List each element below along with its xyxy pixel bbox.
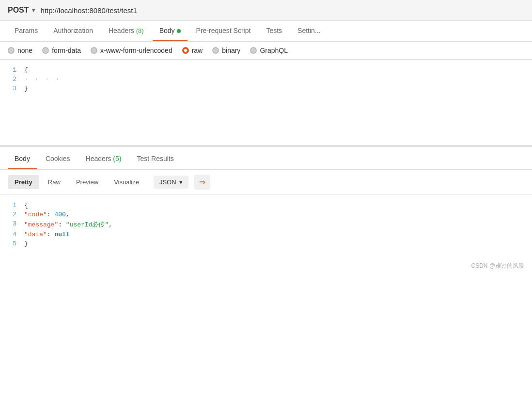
response-section: Body Cookies Headers (5) Test Results Pr… <box>0 147 532 254</box>
tab-authorization[interactable]: Authorization <box>47 21 100 41</box>
format-label: JSON <box>159 178 176 186</box>
tab-pre-request[interactable]: Pre-request Script <box>189 21 258 41</box>
radio-urlencoded[interactable]: x-www-form-urlencoded <box>91 47 172 54</box>
radio-raw[interactable]: raw <box>182 47 203 54</box>
resp-line-5: 5 } <box>0 239 532 248</box>
resp-line-1: 1 { <box>0 201 532 210</box>
resp-tab-test-results[interactable]: Test Results <box>130 149 180 169</box>
watermark: CSDN @难过的风景 <box>0 254 532 274</box>
resp-tab-body[interactable]: Body <box>8 149 37 169</box>
wrap-button[interactable]: ⇒ <box>194 175 210 190</box>
radio-graphql-circle <box>250 47 257 54</box>
tab-tests[interactable]: Tests <box>259 21 289 41</box>
resp-tab-cookies[interactable]: Cookies <box>39 149 77 169</box>
tab-headers[interactable]: Headers (8) <box>102 21 151 41</box>
radio-graphql[interactable]: GraphQL <box>250 47 288 54</box>
raw-button[interactable]: Raw <box>41 175 67 189</box>
resp-line-2: 2 "code": 400, <box>0 210 532 219</box>
radio-binary[interactable]: binary <box>212 47 240 54</box>
resp-tab-headers[interactable]: Headers (5) <box>79 149 128 169</box>
req-line-1: 1 { <box>0 65 532 75</box>
method-label: POST <box>8 6 29 15</box>
preview-button[interactable]: Preview <box>69 175 105 189</box>
response-body: 1 { 2 "code": 400, 3 "message": "userId必… <box>0 195 532 254</box>
radio-none-circle <box>8 47 15 54</box>
tab-params[interactable]: Params <box>8 21 45 41</box>
radio-form-data-circle <box>42 47 49 54</box>
pretty-button[interactable]: Pretty <box>8 175 39 189</box>
request-body-editor[interactable]: 1 { 2 · · · · 3 } <box>0 60 532 147</box>
req-line-3: 3 } <box>0 84 532 93</box>
method-selector[interactable]: POST ▾ <box>8 6 35 15</box>
body-dot <box>177 29 181 33</box>
radio-raw-circle <box>182 47 189 54</box>
radio-binary-circle <box>212 47 219 54</box>
format-chevron: ▾ <box>179 178 183 186</box>
req-line-2: 2 · · · · <box>0 75 532 84</box>
tab-body[interactable]: Body <box>153 21 188 41</box>
wrap-icon: ⇒ <box>199 177 205 187</box>
url-input[interactable] <box>41 6 524 15</box>
view-toolbar: Pretty Raw Preview Visualize JSON ▾ ⇒ <box>0 170 532 195</box>
resp-line-4: 4 "data": null <box>0 230 532 239</box>
url-bar: POST ▾ <box>0 0 532 21</box>
radio-none[interactable]: none <box>8 47 32 54</box>
visualize-button[interactable]: Visualize <box>107 175 146 189</box>
request-tabs: Params Authorization Headers (8) Body Pr… <box>0 21 532 42</box>
radio-form-data[interactable]: form-data <box>42 47 81 54</box>
radio-urlencoded-circle <box>91 47 97 54</box>
chevron-down-icon: ▾ <box>32 7 35 14</box>
format-selector[interactable]: JSON ▾ <box>154 176 188 189</box>
tab-settings[interactable]: Settin... <box>291 21 327 41</box>
resp-line-3: 3 "message": "userId必传", <box>0 219 532 230</box>
body-type-row: none form-data x-www-form-urlencoded raw… <box>0 42 532 60</box>
response-tabs: Body Cookies Headers (5) Test Results <box>0 149 532 170</box>
